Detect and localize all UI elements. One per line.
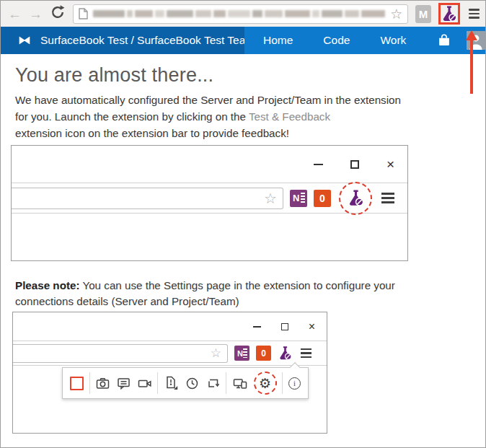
onenote-strip (243, 348, 247, 358)
maximize-icon (281, 323, 288, 330)
project-selector[interactable]: SurfaceBook Test / SurfaceBook Test Team (1, 27, 244, 54)
extension-popup-toolbar: ⚙ i (62, 367, 309, 399)
separator (226, 372, 226, 394)
page-icon (79, 8, 88, 19)
pictured-address-bar: ☆ (13, 344, 228, 363)
minimize-icon (253, 326, 261, 328)
info-icon: i (288, 377, 301, 390)
callout-arrow-head (466, 30, 477, 40)
back-icon[interactable]: ← (8, 7, 22, 21)
address-bar[interactable]: ☆ (73, 4, 408, 24)
visual-studio-logo (17, 32, 32, 48)
create-bug-icon (164, 376, 179, 391)
onboarding-page: ← → (0, 0, 486, 448)
extension-name-text: Test & Feedback (249, 110, 330, 123)
pictured-browser-toolbar: ☆ N 0 (12, 183, 407, 214)
note-comment-icon (116, 376, 131, 391)
screen-record-icon (137, 376, 152, 391)
intro-line3: extension icon on the extension bar to p… (15, 127, 289, 139)
menu-icon (299, 347, 313, 360)
stop-icon (70, 377, 84, 390)
nav-home[interactable]: Home (263, 34, 293, 47)
onenote-extension-icon: N (234, 346, 249, 361)
session-timeline-icon (185, 376, 200, 391)
pictured-extension-icons: N 0 (290, 182, 396, 215)
note-label: Please note: (15, 279, 79, 291)
pictured-address-bar: ☆ (12, 188, 283, 209)
explore-loop-icon (206, 376, 221, 391)
test-feedback-extension-icon[interactable] (441, 5, 458, 22)
settings-gear-icon: ⚙ (259, 377, 271, 390)
minimize-icon (314, 164, 323, 165)
window-titlebar: × (12, 146, 407, 183)
bookmark-star-icon: ☆ (211, 347, 221, 359)
browser-toolbar: ← → (1, 1, 485, 27)
reload-icon[interactable] (50, 4, 66, 23)
settings-callout-circle: ⚙ (254, 372, 277, 395)
note-text: Please note: You can use the Settings pa… (15, 278, 448, 309)
forward-icon[interactable]: → (29, 7, 43, 21)
onenote-strip (301, 193, 305, 204)
test-feedback-extension-icon (278, 346, 293, 361)
chrome-menu-icon[interactable] (467, 7, 481, 20)
navbar-links: Home Code Work ••• (244, 27, 486, 54)
bookmark-star-icon[interactable]: ☆ (390, 7, 402, 21)
separator (157, 372, 158, 394)
pictured-extension-icons: N 0 (234, 346, 313, 361)
onenote-extension-icon: N (290, 190, 307, 207)
nav-work[interactable]: Work (380, 34, 406, 47)
close-icon: × (386, 157, 394, 171)
separator (89, 372, 90, 394)
menu-icon (380, 191, 396, 205)
flask-callout-circle (339, 182, 372, 215)
intro-line2: for you. Launch the extension by clickin… (15, 110, 249, 123)
pictured-browser-toolbar: ☆ N 0 (13, 341, 327, 366)
test-feedback-extension-icon (347, 189, 365, 207)
office-extension-icon: 0 (314, 190, 331, 207)
bookmark-star-icon: ☆ (264, 191, 277, 206)
device-info-icon (232, 376, 248, 391)
page-heading: You are almost there... (15, 64, 213, 87)
onenote-letter: N (293, 193, 299, 203)
marketplace-bag-icon[interactable] (436, 32, 452, 48)
separator (282, 372, 283, 394)
screenshot-settings: × ☆ N 0 (12, 312, 327, 434)
extension-highlight-box (438, 3, 460, 25)
close-icon: × (309, 321, 315, 333)
nav-code[interactable]: Code (323, 34, 350, 47)
callout-arrow (466, 30, 477, 94)
vsts-navbar: SurfaceBook Test / SurfaceBook Test Team… (1, 27, 485, 54)
blurred-url (93, 9, 385, 18)
callout-arrow-shaft (470, 40, 473, 94)
onenote-letter: N (237, 349, 243, 358)
project-name: SurfaceBook Test / SurfaceBook Test Team (40, 34, 255, 47)
intro-text: We have automatically configured the Ser… (15, 92, 466, 141)
intro-line1: We have automatically configured the Ser… (15, 94, 401, 106)
m-extension-icon[interactable]: M (415, 5, 431, 23)
maximize-icon (350, 160, 359, 169)
screenshot-camera-icon (95, 376, 110, 391)
screenshot-extension-bar: × ☆ N 0 (11, 145, 408, 261)
window-titlebar: × (13, 312, 327, 341)
office-extension-icon: 0 (256, 346, 271, 361)
